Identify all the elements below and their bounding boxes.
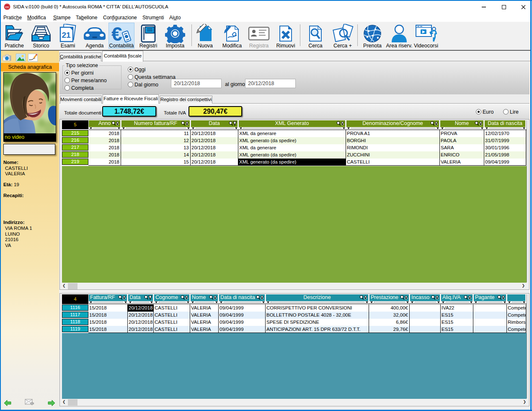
svg-text:cx: cx bbox=[5, 5, 9, 8]
svg-text:21: 21 bbox=[62, 31, 71, 39]
svg-text:€: € bbox=[111, 24, 122, 43]
